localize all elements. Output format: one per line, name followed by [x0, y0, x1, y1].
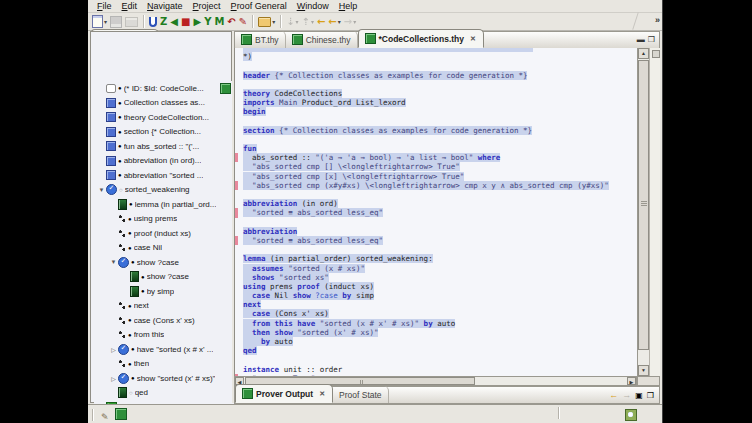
outline-item-sorted-weakening[interactable]: ▼○sorted_weakening	[94, 183, 234, 198]
outline-item-show-case[interactable]: ▼●show ?case	[94, 255, 234, 270]
code-line[interactable]: abbreviation	[235, 227, 637, 236]
vertical-scroll-thumb[interactable]	[638, 60, 649, 350]
menu-help[interactable]: Help	[334, 1, 363, 11]
code-line[interactable]: by auto	[235, 337, 637, 346]
toolbar-overflow-chevron[interactable]: »	[655, 15, 659, 25]
code-line[interactable]: "sorted ≡ abs_sorted less_eq"	[235, 236, 637, 245]
outline-item-abbreviation-in-ord[interactable]: ●abbreviation (in ord)...	[94, 154, 234, 169]
outline-item-lemma-in-partial-ord[interactable]: ●lemma (in partial_ord...	[94, 197, 234, 212]
code-line[interactable]: begin	[235, 107, 637, 116]
next-step-button[interactable]: ▶	[192, 14, 202, 30]
tab-chinese-thy[interactable]: Chinese.thy	[286, 31, 358, 48]
outline-item-qed[interactable]: ○qed	[94, 386, 234, 401]
code-line[interactable]	[235, 61, 637, 70]
outline-item-abbreviation-sorted[interactable]: ●abbreviation "sorted ...	[94, 168, 234, 183]
menu-navigate[interactable]: Navigate	[142, 1, 188, 11]
process-all-button[interactable]: M	[213, 14, 225, 30]
progress-icon[interactable]	[625, 409, 637, 421]
expand-icon[interactable]: ▷	[109, 346, 118, 353]
menu-window[interactable]: Window	[292, 1, 334, 11]
code-line[interactable]: header {* Collection classes as examples…	[235, 71, 637, 80]
menu-edit[interactable]: Edit	[117, 1, 143, 11]
scroll-down-icon[interactable]: ▼	[638, 365, 649, 376]
dropdown-arrow-icon[interactable]: ▾	[296, 18, 299, 25]
tab-codecollections-thy[interactable]: *CodeCollections.thy✕	[358, 29, 484, 48]
undo-step-button[interactable]: ◀	[169, 14, 179, 30]
code-line[interactable]: shows "sorted xs"	[235, 273, 637, 282]
menu-project[interactable]: Project	[188, 1, 226, 11]
code-line[interactable]: assumes "sorted (x # xs)"	[235, 264, 637, 273]
restart-button[interactable]: ✎	[238, 14, 248, 30]
outline-item-section-collection[interactable]: ●section {* Collection...	[94, 125, 234, 140]
outline-item-fun-abs-sorted[interactable]: ●fun abs_sorted :: "('...	[94, 139, 234, 154]
editor-area[interactable]: *)header {* Collection classes as exampl…	[234, 48, 637, 376]
code-line[interactable]: abbreviation (in ord)	[235, 199, 637, 208]
outline-item-id-id-codecolle[interactable]: ●(* ID: $Id: CodeColle...	[94, 81, 234, 96]
outline-item-case-nil[interactable]: ●case Nil	[94, 241, 234, 256]
back-arrow-icon[interactable]: ←	[609, 390, 618, 400]
goto-point-button[interactable]: Y	[203, 14, 212, 30]
dropdown-arrow-icon[interactable]: ▾	[353, 18, 356, 25]
pin-icon[interactable]: ▣	[635, 391, 643, 400]
code-line[interactable]: next	[235, 300, 637, 309]
activate-scripting-button[interactable]	[148, 14, 158, 30]
code-line[interactable]: case (Cons x' xs)	[235, 309, 637, 318]
outline-item-proof-induct-xs[interactable]: ●proof (induct xs)	[94, 226, 234, 241]
interrupt-button[interactable]: ■	[180, 14, 191, 30]
tab-bt-thy[interactable]: BT.thy	[235, 31, 286, 48]
menu-file[interactable]: File	[92, 1, 117, 11]
code-line[interactable]: "abs_sorted cmp [] \<longleftrightarrow>…	[235, 162, 637, 171]
outline-item-by-simp[interactable]: ●by simp	[94, 284, 234, 299]
outline-item-collection-classes-as[interactable]: ●Collection classes as...	[94, 96, 234, 111]
close-icon[interactable]: ✕	[318, 389, 326, 399]
close-icon[interactable]: ✕	[469, 34, 477, 44]
outline-item-using-prems[interactable]: ●using prems	[94, 212, 234, 227]
code-line[interactable]: instance unit :: order	[235, 365, 637, 374]
editor-vertical-scrollbar[interactable]: ▲ ▼	[637, 48, 649, 376]
expand-icon[interactable]: ▷	[109, 375, 118, 382]
code-line[interactable]: theory CodeCollections	[235, 89, 637, 98]
outline-item-case-cons-x-xs[interactable]: ●case (Cons x' xs)	[94, 313, 234, 328]
code-line[interactable]	[235, 135, 637, 144]
code-line[interactable]: "abs_sorted cmp [x] \<longleftrightarrow…	[235, 172, 637, 181]
open-file-button[interactable]: ▾	[257, 14, 276, 30]
outline-item-theory-codecollection[interactable]: ●theory CodeCollection...	[94, 110, 234, 125]
code-line[interactable]: case Nil show ?case by simp	[235, 291, 637, 300]
tab-prover-output[interactable]: Prover Output✕	[235, 384, 333, 403]
maximize-icon[interactable]: ❒	[647, 391, 654, 400]
app-icon[interactable]	[115, 408, 127, 420]
code-line[interactable]	[235, 218, 637, 227]
code-line[interactable]: "abs_sorted cmp (x#y#xs) \<longleftright…	[235, 181, 637, 190]
code-line[interactable]	[235, 190, 637, 199]
code-line[interactable]: abs_sorted :: "('a ⇒ 'a ⇒ bool) ⇒ 'a lis…	[235, 153, 637, 162]
code-line[interactable]: section {* Collection classes as example…	[235, 126, 637, 135]
code-line[interactable]	[235, 245, 637, 254]
collapse-icon[interactable]: ▼	[109, 259, 118, 265]
code-line[interactable]	[235, 80, 637, 89]
code-line[interactable]: imports Main Product_ord List_lexord	[235, 98, 637, 107]
code-line[interactable]: "sorted ≡ abs_sorted less_eq"	[235, 208, 637, 217]
overview-ruler[interactable]	[649, 48, 660, 386]
code-line[interactable]: using prems proof (induct xs)	[235, 282, 637, 291]
outline-item-from-this[interactable]: ●from this	[94, 328, 234, 343]
outline-item-next[interactable]: ●next	[94, 299, 234, 314]
code-line[interactable]: lemma (in partial_order) sorted_weakenin…	[235, 254, 637, 263]
code-line[interactable]: qed	[235, 346, 637, 355]
outline-tree[interactable]: ●(* ID: $Id: CodeColle...●Collection cla…	[94, 81, 234, 423]
code-line[interactable]	[235, 117, 637, 126]
code-line[interactable]	[235, 355, 637, 364]
outline-item-show-case[interactable]: ●show ?case	[94, 270, 234, 285]
code-line[interactable]: *)	[235, 52, 637, 61]
tab-proof-state[interactable]: Proof State	[333, 386, 389, 403]
collapse-icon[interactable]: ▼	[97, 187, 106, 193]
dropdown-arrow-icon[interactable]: ▾	[338, 18, 341, 25]
last-edit-location-button[interactable]: ←	[316, 14, 326, 30]
scroll-right-icon[interactable]: ▶	[627, 377, 636, 385]
code-line[interactable]: from this have "sorted (x # x' # xs)" by…	[235, 319, 637, 328]
outline-item-have-sorted-x-x[interactable]: ▷●have "sorted (x # x' ...	[94, 342, 234, 357]
undo-all-button[interactable]: Z	[159, 14, 168, 30]
code-line[interactable]: fun	[235, 144, 637, 153]
new-button[interactable]: ▾	[91, 14, 108, 30]
outline-item-show-sorted-x-xs[interactable]: ▷●show "sorted (x' # xs)"	[94, 371, 234, 386]
dropdown-arrow-icon[interactable]: ▾	[311, 18, 314, 25]
